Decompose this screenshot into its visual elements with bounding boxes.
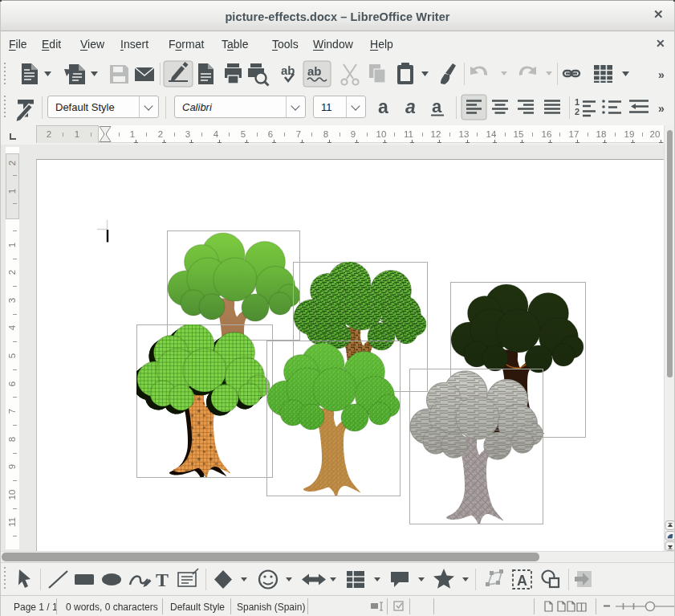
svg-text:18: 18 [596, 129, 607, 139]
svg-text:6: 6 [268, 129, 273, 139]
svg-text:2: 2 [7, 161, 17, 165]
svg-text:1: 1 [130, 129, 135, 139]
svg-text:a: a [405, 96, 416, 117]
svg-text:10: 10 [376, 129, 387, 139]
svg-text:»: » [658, 68, 665, 81]
svg-text:7: 7 [7, 409, 17, 414]
svg-text:ab: ab [307, 64, 322, 78]
svg-text:3: 3 [185, 129, 190, 139]
svg-text:1: 1 [7, 243, 17, 247]
svg-text:19: 19 [624, 129, 635, 139]
svg-text:14: 14 [486, 129, 497, 139]
svg-text:4: 4 [213, 129, 219, 139]
svg-text:8: 8 [7, 437, 17, 442]
svg-text:a: a [432, 96, 442, 116]
svg-text:1: 1 [575, 97, 579, 107]
svg-text:10: 10 [7, 490, 17, 500]
svg-text:7: 7 [296, 129, 301, 139]
svg-text:1: 1 [75, 129, 79, 139]
svg-text:9: 9 [351, 129, 356, 139]
svg-text:2: 2 [47, 129, 51, 139]
svg-text:3: 3 [7, 298, 17, 303]
svg-text:11: 11 [7, 517, 17, 527]
svg-text:17: 17 [569, 129, 579, 139]
svg-text:»: » [658, 102, 665, 115]
svg-text:a: a [378, 96, 388, 117]
svg-text:A: A [517, 573, 527, 589]
svg-text:9: 9 [7, 464, 17, 469]
svg-text:2: 2 [158, 129, 163, 139]
svg-text:13: 13 [459, 129, 470, 139]
svg-text:2: 2 [7, 270, 17, 275]
svg-text:5: 5 [241, 129, 246, 139]
svg-text:T: T [156, 569, 169, 590]
svg-text:12: 12 [431, 129, 441, 139]
svg-text:4: 4 [7, 324, 17, 330]
svg-text:20: 20 [650, 129, 661, 139]
svg-text:11: 11 [404, 129, 413, 139]
svg-text:6: 6 [7, 381, 17, 386]
svg-text:1: 1 [7, 189, 17, 194]
svg-text:15: 15 [514, 129, 524, 139]
svg-text:2: 2 [575, 107, 579, 116]
svg-text:5: 5 [7, 353, 17, 358]
svg-text:8: 8 [323, 129, 328, 139]
svg-text:16: 16 [542, 129, 552, 139]
